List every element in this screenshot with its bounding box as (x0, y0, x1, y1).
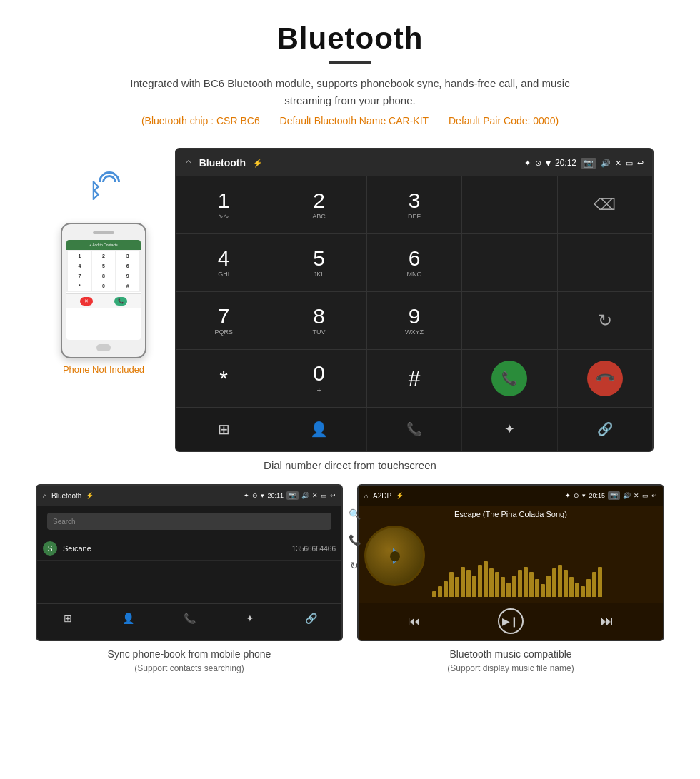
location-icon: ⊙ (535, 159, 541, 168)
eq-bar (575, 583, 579, 597)
eq-bar (569, 577, 574, 597)
dial-backspace[interactable]: ⌫ (558, 176, 652, 233)
music-time: 20:15 (589, 492, 605, 499)
eq-bar (438, 586, 442, 597)
eq-bar (444, 581, 448, 597)
music-controls: ⏮ ▶❙ ⏭ (359, 603, 663, 640)
dial-key-9[interactable]: 9 WXYZ (367, 292, 461, 349)
contacts-home-icon: ⌂ (43, 492, 47, 500)
next-button[interactable]: ⏭ (594, 608, 620, 634)
eq-bar (581, 586, 585, 597)
side-search-icon[interactable]: 🔍 (346, 506, 363, 523)
eq-bar (495, 572, 499, 597)
panel-right: ⌂ A2DP ⚡ ✦ ⊙ ▾ 20:15 📷 🔊 ✕ ▭ ↩ Escape (T (350, 484, 671, 675)
phone-bottom-bar: ✕ 📞 (66, 293, 141, 308)
bt-symbol: ᛒ (89, 180, 101, 203)
dial-empty-4 (462, 292, 556, 349)
eq-bar (518, 570, 522, 597)
toolbar-bluetooth[interactable]: ✦ (462, 408, 557, 451)
contacts-vol: 🔊 (301, 492, 309, 499)
dial-call-button[interactable]: 📞 (462, 350, 556, 407)
search-placeholder: Search (53, 518, 76, 526)
eq-bar (529, 572, 534, 597)
contacts-topbar: ⌂ Bluetooth ⚡ ✦ ⊙ ▾ 20:11 📷 🔊 ✕ ▭ ↩ (37, 486, 341, 506)
volume-icon: 🔊 (601, 159, 611, 168)
dial-endcall-button[interactable]: 📞 (558, 350, 652, 407)
page-title: Bluetooth (29, 21, 671, 56)
window-icon: ▭ (626, 159, 633, 168)
bt-name: Default Bluetooth Name CAR-KIT (280, 115, 429, 126)
eq-bar (472, 576, 476, 597)
phone-frame: + Add to Contacts 1 2 3 4 5 6 7 8 9 * 0 … (61, 223, 146, 358)
dial-key-8[interactable]: 8 TUV (271, 292, 366, 349)
bt-pair: Default Pair Code: 0000) (449, 115, 559, 126)
panel-right-caption: Bluetooth music compatible (Support disp… (447, 647, 574, 675)
ct-contact[interactable]: 👤 (98, 604, 159, 633)
camera-icon: 📷 (581, 158, 596, 169)
back-icon[interactable]: ↩ (637, 159, 644, 168)
phone-screen: + Add to Contacts 1 2 3 4 5 6 7 8 9 * 0 … (66, 240, 141, 340)
contacts-search[interactable]: Search (47, 513, 331, 530)
dial-key-7[interactable]: 7 PQRS (176, 292, 271, 349)
eq-bar (432, 591, 436, 597)
bt-signal: ᛒ (82, 169, 125, 219)
topbar-title: Bluetooth (199, 157, 246, 169)
eq-visual (432, 526, 657, 597)
contacts-screen: ⌂ Bluetooth ⚡ ✦ ⊙ ▾ 20:11 📷 🔊 ✕ ▭ ↩ (36, 484, 343, 641)
eq-bar (535, 579, 539, 597)
dial-key-hash[interactable]: # (367, 350, 461, 407)
ct-phone[interactable]: 📞 (159, 604, 219, 633)
android-toolbar: ⊞ 👤 📞 ✦ 🔗 (176, 407, 652, 451)
subtitle: Integrated with BC6 Bluetooth module, su… (107, 75, 593, 109)
album-art: ᛒ (364, 526, 425, 586)
topbar-left: ⌂ Bluetooth ⚡ (185, 156, 263, 169)
dial-key-0[interactable]: 0 + (271, 350, 366, 407)
dial-key-4[interactable]: 4 GHI (176, 234, 271, 291)
music-usb: ⚡ (396, 492, 404, 499)
music-cam: 📷 (608, 491, 620, 500)
dial-key-3[interactable]: 3 DEF (367, 176, 461, 233)
play-button[interactable]: ▶❙ (498, 608, 524, 634)
music-back[interactable]: ↩ (651, 492, 657, 499)
music-info (432, 526, 657, 597)
dial-key-star[interactable]: * (176, 350, 271, 407)
dial-key-1[interactable]: 1 ∿∿ (176, 176, 271, 233)
android-dial-screen: ⌂ Bluetooth ⚡ ✦ ⊙ ▾ 20:12 📷 🔊 ✕ ▭ ↩ 1 ∿∿ (175, 148, 654, 452)
music-vol: 🔊 (623, 492, 631, 499)
contacts-side-icons: 🔍 📞 ↻ (346, 506, 363, 574)
page-header: Bluetooth Integrated with BC6 Bluetooth … (0, 0, 700, 148)
dial-empty-3 (558, 234, 652, 291)
music-screen: ⌂ A2DP ⚡ ✦ ⊙ ▾ 20:15 📷 🔊 ✕ ▭ ↩ Escape (T (357, 484, 664, 641)
dial-key-2[interactable]: 2 ABC (271, 176, 366, 233)
contact-row[interactable]: S Seicane 13566664466 (37, 537, 341, 561)
dial-redial[interactable]: ↻ (558, 292, 652, 349)
wifi-icon: ▾ (546, 157, 551, 169)
caption-main: Dial number direct from touchscreen (0, 459, 700, 471)
toolbar-contacts[interactable]: 👤 (271, 408, 366, 451)
prev-button[interactable]: ⏮ (401, 608, 427, 634)
caption-right-sub: (Support display music file name) (447, 662, 574, 675)
ct-apps[interactable]: ⊞ (37, 604, 98, 633)
panel-left: ⌂ Bluetooth ⚡ ✦ ⊙ ▾ 20:11 📷 🔊 ✕ ▭ ↩ (29, 484, 350, 675)
side-phone-icon[interactable]: 📞 (346, 531, 363, 548)
contacts-back[interactable]: ↩ (330, 492, 336, 499)
contacts-cam: 📷 (286, 491, 299, 500)
contacts-title: Bluetooth (51, 492, 81, 500)
side-reload-icon[interactable]: ↻ (346, 557, 363, 574)
home-icon[interactable]: ⌂ (185, 156, 192, 169)
eq-bar (484, 561, 488, 597)
music-topbar: ⌂ A2DP ⚡ ✦ ⊙ ▾ 20:15 📷 🔊 ✕ ▭ ↩ (359, 486, 663, 506)
ct-link[interactable]: 🔗 (281, 604, 341, 633)
dial-key-5[interactable]: 5 JKL (271, 234, 366, 291)
toolbar-link[interactable]: 🔗 (558, 408, 652, 451)
contacts-loc: ⊙ (252, 492, 258, 499)
ct-bt[interactable]: ✦ (220, 604, 281, 633)
contacts-wrapper: ⌂ Bluetooth ⚡ ✦ ⊙ ▾ 20:11 📷 🔊 ✕ ▭ ↩ (36, 484, 343, 641)
eq-bar (592, 572, 596, 597)
eq-bar (466, 570, 471, 597)
usb-icon: ⚡ (253, 159, 263, 168)
toolbar-apps[interactable]: ⊞ (176, 408, 271, 451)
toolbar-phone[interactable]: 📞 (367, 408, 462, 451)
dial-key-6[interactable]: 6 MNO (367, 234, 461, 291)
eq-bar (598, 567, 602, 597)
